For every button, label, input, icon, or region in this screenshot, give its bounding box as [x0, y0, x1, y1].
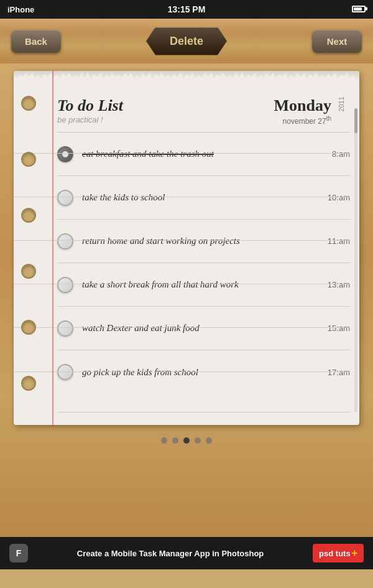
task-checkbox-1[interactable]: [57, 146, 73, 162]
task-checkbox-5[interactable]: [57, 320, 73, 337]
task-time-1: 8:am: [324, 149, 350, 159]
toolbar: Back Delete Next: [0, 19, 373, 63]
task-row: eat breakfast and take the trash out 8:a…: [57, 133, 350, 176]
task-time-4: 13:am: [324, 280, 350, 289]
task-time-3: 11:am: [324, 236, 350, 246]
task-checkbox-3[interactable]: [57, 233, 73, 250]
status-bar: iPhone 13:15 PM: [0, 0, 373, 19]
dot-5[interactable]: [206, 437, 212, 444]
page-dots: [14, 431, 359, 449]
binding-hole-1: [21, 96, 36, 111]
blank-line-1: [57, 394, 350, 413]
notebook-subtitle: be practical !: [57, 115, 123, 124]
task-text-2: take the kids to school: [82, 192, 318, 203]
binding-hole-5: [21, 320, 36, 335]
banner-logo: psd tuts+: [313, 544, 364, 562]
wood-background: To do List be practical ! Monday novembe…: [0, 63, 373, 537]
task-time-2: 10:am: [324, 193, 350, 202]
back-button[interactable]: Back: [11, 30, 61, 53]
header-right: Monday november 27th: [274, 96, 344, 126]
date-label: november 27th: [274, 115, 331, 126]
task-checkbox-2[interactable]: [57, 190, 73, 206]
task-time-6: 17:am: [324, 368, 350, 377]
dot-1[interactable]: [161, 437, 167, 444]
task-row: return home and start working on project…: [57, 220, 350, 263]
binding: [14, 71, 42, 425]
paper-content: To do List be practical ! Monday novembe…: [14, 81, 359, 425]
binding-hole-6: [21, 376, 36, 391]
delete-button[interactable]: Delete: [146, 27, 227, 55]
task-text-1: eat breakfast and take the trash out: [82, 149, 318, 159]
task-row: take a short break from all that hard wo…: [57, 263, 350, 307]
notebook-header: To do List be practical ! Monday novembe…: [57, 87, 350, 133]
next-button[interactable]: Next: [312, 30, 362, 53]
time-display: 13:15 PM: [168, 4, 206, 14]
banner-text: Create a Mobile Task Manager App in Phot…: [28, 549, 313, 558]
task-row: go pick up the kids from school 17:am: [57, 350, 350, 394]
notebook: To do List be practical ! Monday novembe…: [14, 71, 359, 425]
torn-svg: [14, 71, 359, 81]
task-checkbox-6[interactable]: [57, 364, 73, 380]
dot-2[interactable]: [172, 437, 178, 444]
notebook-title: To do List: [57, 96, 123, 115]
bottom-banner: F Create a Mobile Task Manager App in Ph…: [0, 537, 373, 569]
task-row: watch Dexter and eat junk food 15:am: [57, 307, 350, 350]
header-left: To do List be practical !: [57, 96, 123, 124]
torn-edge: [14, 71, 359, 81]
banner-icon: F: [9, 544, 28, 562]
carrier-label: iPhone: [7, 5, 34, 14]
task-text-3: return home and start working on project…: [82, 236, 318, 246]
task-text-6: go pick up the kids from school: [82, 367, 318, 378]
binding-hole-3: [21, 208, 36, 223]
dot-4[interactable]: [195, 437, 201, 444]
day-label: Monday: [274, 96, 331, 115]
task-checkbox-4[interactable]: [57, 277, 73, 293]
task-text-4: take a short break from all that hard wo…: [82, 279, 318, 290]
dot-3[interactable]: [183, 437, 190, 444]
margin-line: [52, 71, 53, 425]
battery-indicator: [352, 5, 366, 14]
task-row: take the kids to school 10:am: [57, 176, 350, 220]
task-text-5: watch Dexter and eat junk food: [82, 323, 318, 334]
binding-hole-4: [21, 264, 36, 279]
binding-hole-2: [21, 152, 36, 167]
task-list: eat breakfast and take the trash out 8:a…: [57, 133, 350, 394]
task-time-5: 15:am: [324, 324, 350, 333]
year-label: 2011: [338, 96, 345, 111]
